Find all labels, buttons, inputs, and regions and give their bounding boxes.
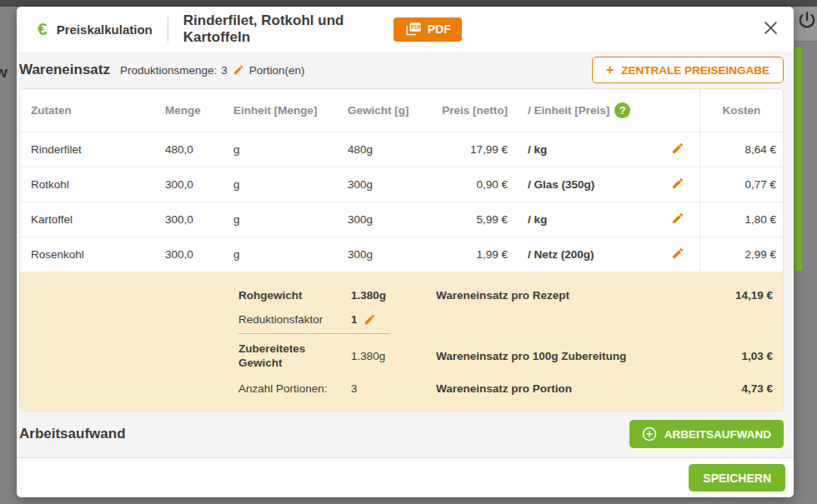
anzahl-portionen-label: Anzahl Portionen: — [238, 377, 351, 401]
dialog-header: € Preiskalkulation Rinderfilet, Rotkohl … — [17, 7, 794, 52]
table-row: Rosenkohl 300,0 g 300g 1,99 € / Netz (20… — [20, 237, 783, 272]
cell-einheit: g — [233, 248, 348, 261]
cell-menge: 300,0 — [165, 178, 233, 191]
cell-preis: 1,99 € — [431, 248, 508, 261]
zentrale-preiseingabe-button[interactable]: + ZENTRALE PREISEINGABE — [592, 57, 784, 83]
wareneinsatz-title: Wareneinsatz — [19, 62, 110, 78]
pro-100g-label: Wareneinsatz pro 100g Zubereitung — [436, 344, 735, 368]
add-arbeitsaufwand-label: ARBEITSAUFWAND — [664, 428, 771, 441]
rohgewicht-label: Rohgewicht — [238, 283, 351, 307]
cell-einheit-preis: / kg — [508, 143, 656, 156]
dialog-footer: SPEICHERN — [17, 457, 794, 497]
edit-produktionsmenge-icon[interactable] — [232, 64, 245, 76]
add-arbeitsaufwand-button[interactable]: ARBEITSAUFWAND — [629, 420, 784, 448]
close-icon[interactable] — [761, 18, 780, 40]
produktionsmenge-unit: Portion(en) — [249, 64, 305, 77]
col-einheit-preis: / Einheit [Preis] ? — [508, 102, 656, 118]
col-menge: Menge — [165, 104, 233, 117]
cell-einheit-preis: / kg — [508, 213, 656, 226]
table-row: Rinderfilet 480,0 g 480g 17,99 € / kg 8,… — [20, 132, 783, 167]
cell-preis: 5,99 € — [431, 213, 508, 226]
col-einheit-preis-label: / Einheit [Preis] — [528, 104, 609, 117]
cell-kosten: 0,77 € — [699, 167, 783, 202]
cell-einheit: g — [233, 143, 348, 156]
save-button[interactable]: SPEICHERN — [689, 464, 785, 492]
edit-price-icon[interactable] — [670, 177, 685, 190]
cell-einheit-preis: / Glas (350g) — [508, 178, 656, 191]
backdrop-top-bar — [0, 0, 817, 7]
arbeitsaufwand-section-header: Arbeitsaufwand ARBEITSAUFWAND — [17, 412, 794, 457]
pro-rezept-value: 14,19 € — [735, 283, 773, 307]
table-row: Rotkohl 300,0 g 300g 0,90 € / Glas (350g… — [20, 167, 783, 202]
summary-divider — [238, 333, 390, 334]
cell-kosten: 8,64 € — [699, 132, 783, 167]
scrollbar-thumb[interactable] — [794, 47, 802, 271]
zubereitetes-gewicht-label: Zubereitetes Gewicht — [238, 337, 318, 377]
edit-price-icon[interactable] — [670, 142, 685, 155]
calculation-summary: Rohgewicht 1.380g Wareneinsatz pro Rezep… — [20, 272, 783, 411]
pro-portion-label: Wareneinsatz pro Portion — [436, 377, 735, 401]
cell-zutat: Kartoffel — [20, 213, 165, 226]
background-logo-fragment: w — [0, 63, 8, 82]
edit-price-icon[interactable] — [670, 212, 685, 225]
col-gewicht: Gewicht [g] — [348, 104, 431, 117]
cell-zutat: Rotkohl — [20, 178, 165, 191]
pdf-icon: PDF — [404, 22, 422, 37]
edit-reduktionsfaktor-icon[interactable] — [363, 313, 377, 326]
zubereitetes-gewicht-value: 1.380g — [351, 344, 436, 368]
produktionsmenge-label: Produktionsmenge: — [120, 64, 217, 77]
cell-zutat: Rinderfilet — [20, 143, 165, 156]
produktionsmenge-value: 3 — [221, 64, 228, 77]
circled-plus-icon — [642, 427, 657, 442]
produktionsmenge: Produktionsmenge: 3 Portion(en) — [120, 64, 305, 77]
pro-portion-value: 4,73 € — [735, 377, 773, 401]
pdf-button[interactable]: PDF PDF — [393, 17, 462, 42]
table-header-row: Zutaten Menge Einheit [Menge] Gewicht [g… — [20, 89, 783, 132]
cell-menge: 480,0 — [165, 143, 233, 156]
header-divider — [168, 17, 168, 42]
cell-kosten: 2,99 € — [699, 237, 783, 272]
cell-preis: 0,90 € — [431, 178, 508, 191]
svg-text:PDF: PDF — [410, 24, 421, 30]
cell-gewicht: 300g — [348, 213, 431, 226]
preiskalkulation-dialog: € Preiskalkulation Rinderfilet, Rotkohl … — [17, 7, 794, 497]
pro-rezept-label: Wareneinsatz pro Rezept — [436, 283, 735, 307]
plus-icon: + — [606, 62, 614, 77]
col-preis-netto: Preis [netto] — [431, 104, 508, 117]
power-icon[interactable] — [797, 10, 817, 35]
recipe-title: Rinderfilet, Rotkohl und Kartoffeln — [183, 12, 393, 46]
col-einheit-menge: Einheit [Menge] — [233, 104, 348, 117]
table-row: Kartoffel 300,0 g 300g 5,99 € / kg 1,80 … — [20, 202, 783, 237]
wareneinsatz-section-header: Wareneinsatz Produktionsmenge: 3 Portion… — [17, 52, 794, 88]
cell-gewicht: 480g — [348, 143, 431, 156]
cell-menge: 300,0 — [165, 213, 233, 226]
cell-gewicht: 300g — [348, 178, 431, 191]
cell-kosten: 1,80 € — [699, 202, 783, 237]
cell-einheit: g — [233, 178, 348, 191]
cell-preis: 17,99 € — [431, 143, 508, 156]
cell-einheit-preis: / Netz (200g) — [508, 248, 656, 261]
euro-icon: € — [38, 19, 48, 39]
anzahl-portionen-value: 3 — [351, 377, 436, 401]
dialog-body: Wareneinsatz Produktionsmenge: 3 Portion… — [17, 52, 794, 457]
ingredients-card: Zutaten Menge Einheit [Menge] Gewicht [g… — [19, 88, 784, 412]
reduktionsfaktor-value: 1 — [351, 313, 358, 326]
edit-price-icon[interactable] — [670, 247, 685, 260]
dialog-label: Preiskalkulation — [57, 22, 153, 37]
cell-einheit: g — [233, 213, 348, 226]
cell-menge: 300,0 — [165, 248, 233, 261]
col-kosten: Kosten — [699, 89, 783, 132]
pdf-button-label: PDF — [428, 22, 451, 36]
col-zutaten: Zutaten — [20, 104, 165, 117]
rohgewicht-value: 1.380g — [351, 283, 436, 307]
cell-zutat: Rosenkohl — [20, 248, 165, 261]
cell-gewicht: 300g — [348, 248, 431, 261]
reduktionsfaktor-label: Reduktionsfaktor — [238, 307, 351, 332]
zentrale-preiseingabe-label: ZENTRALE PREISEINGABE — [621, 64, 769, 77]
arbeitsaufwand-title: Arbeitsaufwand — [19, 426, 126, 442]
help-icon[interactable]: ? — [614, 102, 630, 118]
pro-100g-value: 1,03 € — [735, 344, 773, 368]
